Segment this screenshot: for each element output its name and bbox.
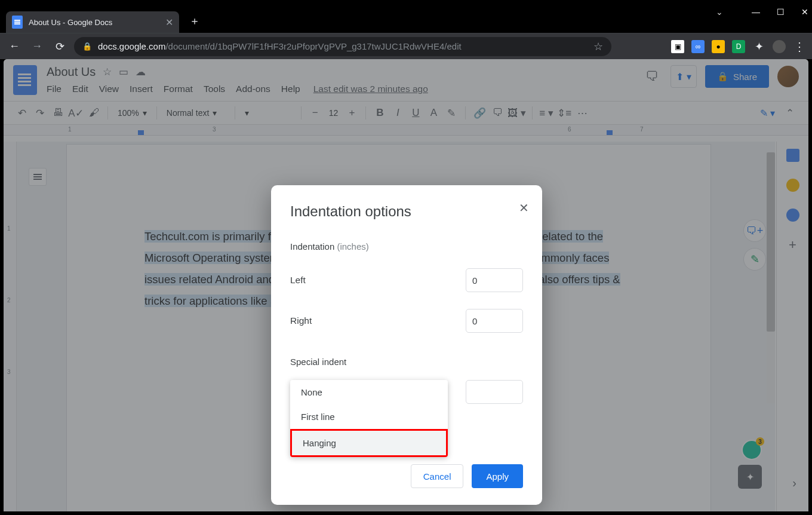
dropdown-item-none[interactable]: None: [290, 380, 448, 404]
lock-icon: 🔒: [82, 42, 92, 51]
dropdown-item-hanging[interactable]: Hanging: [290, 429, 448, 457]
dropdown-item-first-line[interactable]: First line: [290, 404, 448, 429]
dialog-title: Indentation options: [290, 203, 523, 220]
minimize-icon[interactable]: —: [752, 7, 760, 17]
docs-favicon: [12, 16, 23, 29]
browser-menu-icon[interactable]: ⋮: [793, 40, 806, 53]
left-indent-input[interactable]: [466, 268, 523, 292]
extension-icon[interactable]: ∞: [691, 40, 705, 53]
indentation-dialog: Indentation options ✕ Indentation (inche…: [271, 185, 542, 505]
maximize-icon[interactable]: ☐: [777, 7, 785, 17]
indentation-unit: (inches): [337, 241, 368, 252]
new-tab-button[interactable]: ＋: [187, 14, 202, 28]
special-indent-label: Special indent: [290, 357, 523, 367]
browser-tab[interactable]: About Us - Google Docs ✕: [6, 11, 179, 33]
right-indent-label: Right: [290, 315, 312, 326]
extension-icon[interactable]: ▣: [671, 40, 684, 53]
extensions-menu-icon[interactable]: ✦: [752, 40, 765, 53]
left-indent-label: Left: [290, 275, 306, 286]
url-path: /document/d/1bqPW7lF1fHF3r2uPfoprVgPVP_g…: [165, 41, 461, 51]
profile-avatar[interactable]: [773, 40, 786, 53]
tabs-dropdown-icon[interactable]: ⌄: [716, 7, 723, 17]
address-bar: ← → ⟳ 🔒 docs.google.com /document/d/1bqP…: [0, 33, 812, 59]
special-indent-dropdown: None First line Hanging: [290, 380, 448, 457]
cancel-button[interactable]: Cancel: [411, 464, 464, 488]
apply-button[interactable]: Apply: [472, 464, 523, 488]
dialog-close-icon[interactable]: ✕: [519, 201, 529, 215]
close-window-icon[interactable]: ✕: [801, 7, 808, 17]
bookmark-icon[interactable]: ☆: [593, 40, 603, 53]
indentation-label: Indentation: [290, 241, 334, 252]
back-button[interactable]: ←: [6, 38, 23, 55]
forward-button[interactable]: →: [29, 38, 45, 55]
extension-icon[interactable]: ●: [712, 40, 725, 53]
tab-strip: About Us - Google Docs ✕ ＋ ⌄ — ☐ ✕: [0, 5, 812, 33]
close-tab-icon[interactable]: ✕: [165, 17, 173, 28]
special-indent-input[interactable]: [466, 380, 523, 404]
right-indent-input[interactable]: [466, 309, 523, 333]
tab-title: About Us - Google Docs: [29, 18, 112, 27]
url-host: docs.google.com: [98, 41, 165, 51]
reload-button[interactable]: ⟳: [51, 38, 68, 55]
url-field[interactable]: 🔒 docs.google.com /document/d/1bqPW7lF1f…: [74, 37, 611, 56]
extension-icon[interactable]: D: [732, 40, 745, 53]
